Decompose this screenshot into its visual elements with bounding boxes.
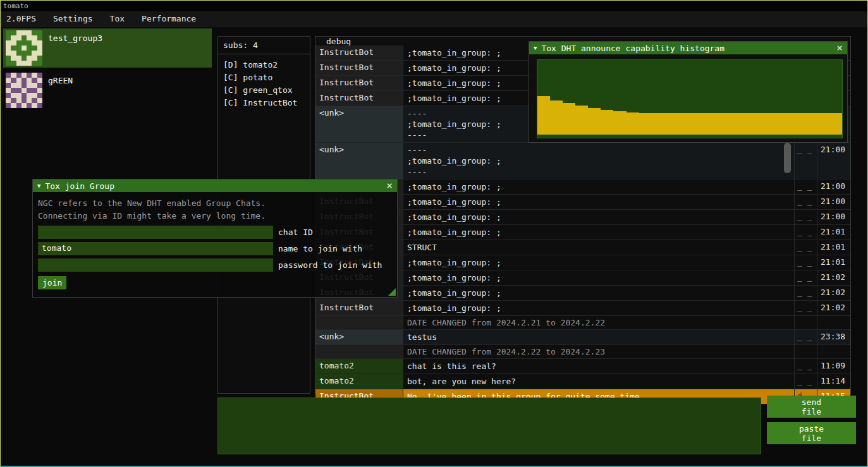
sender-name: InstructBot bbox=[315, 76, 403, 90]
message-flags: _ _ bbox=[795, 359, 817, 373]
menu-item-tox[interactable]: Tox bbox=[104, 11, 130, 26]
histogram-window-title: Tox DHT announce capability histogram bbox=[541, 44, 832, 53]
menu-bar: 2.0FPSSettingsToxPerformance bbox=[1, 11, 867, 27]
sender-name: <unk> bbox=[315, 106, 403, 142]
message-text: STRUCT bbox=[403, 240, 795, 255]
chat-message-row[interactable]: tomato2bot, are you new here?_ _11:14 bbox=[315, 374, 850, 389]
group-avatar bbox=[6, 30, 42, 66]
sender-name: <unk> bbox=[315, 143, 403, 179]
window-titlebar[interactable]: tomato bbox=[1, 1, 867, 11]
histogram-bar bbox=[702, 113, 715, 135]
app-window: tomato 2.0FPSSettingsToxPerformance test… bbox=[0, 0, 868, 467]
chat-message-row[interactable]: <unk>testus_ _23:38 bbox=[315, 330, 850, 345]
send-file-button[interactable]: send file bbox=[767, 396, 856, 418]
join-field-row: password to join with bbox=[38, 258, 392, 272]
paste-file-button[interactable]: paste file bbox=[767, 422, 856, 444]
join-button[interactable]: join bbox=[38, 276, 66, 289]
message-text: ;tomato_in_group: ; bbox=[403, 255, 795, 270]
message-text: ----;tomato_in_group: ;---- bbox=[403, 143, 795, 179]
ngc-info-text: Connecting via ID might take a very long… bbox=[38, 210, 392, 222]
member-d-tomato2[interactable]: [D] tomato2 bbox=[223, 59, 305, 71]
name-to-join-with-label: name to join with bbox=[278, 244, 362, 253]
collapse-arrow-icon[interactable]: ▼ bbox=[37, 183, 40, 189]
member-c-potato[interactable]: [C] potato bbox=[223, 71, 305, 84]
message-text: ;tomato_in_group: ; bbox=[403, 225, 795, 240]
chat-message-row[interactable]: <unk>----;tomato_in_group: ;----_ _21:00 bbox=[315, 143, 850, 179]
histogram-bar bbox=[778, 113, 791, 135]
message-time: 21:01 bbox=[817, 255, 850, 270]
histogram-window-titlebar[interactable]: ▼ Tox DHT announce capability histogram … bbox=[529, 42, 847, 54]
close-icon[interactable]: × bbox=[386, 181, 393, 190]
collapse-arrow-icon[interactable]: ▼ bbox=[534, 45, 537, 51]
message-flags: _ _ bbox=[795, 301, 817, 315]
join-window-title: Tox join Group bbox=[45, 181, 382, 191]
message-time: 23:38 bbox=[817, 330, 850, 344]
histogram-bar bbox=[792, 113, 804, 135]
message-text: ;tomato_in_group: ; bbox=[403, 286, 795, 300]
message-flags bbox=[795, 345, 817, 358]
histogram-bar bbox=[537, 96, 550, 135]
paste-file-label: paste bbox=[799, 424, 824, 434]
password-to-join-with-input[interactable] bbox=[38, 258, 273, 272]
histogram-bar bbox=[728, 113, 740, 135]
message-text: ;tomato_in_group: ; bbox=[403, 270, 795, 285]
message-flags: _ _ bbox=[795, 286, 817, 300]
group-name: gREEN bbox=[48, 73, 73, 85]
histogram-bar bbox=[588, 108, 601, 135]
histogram-bar bbox=[829, 113, 842, 135]
menu-item-performance[interactable]: Performance bbox=[136, 11, 202, 26]
send-file-label: send bbox=[802, 397, 821, 407]
join-fields: chat IDtomatoname to join withpassword t… bbox=[38, 226, 392, 272]
histogram-bar bbox=[753, 113, 766, 135]
sender-name: tomato2 bbox=[315, 359, 403, 373]
window-title: tomato bbox=[3, 2, 28, 10]
histogram-plot bbox=[537, 59, 843, 138]
tab-debug[interactable]: debug bbox=[326, 37, 351, 46]
sender-name: InstructBot bbox=[315, 301, 403, 315]
histogram-bar bbox=[715, 113, 728, 135]
join-window-body: NGC refers to the New DHT enabled Group … bbox=[33, 192, 397, 294]
chat-scrollbar[interactable] bbox=[784, 143, 791, 173]
password-to-join-with-label: password to join with bbox=[278, 260, 382, 270]
system-message: DATE CHANGED from 2024.2.22 to 2024.2.23 bbox=[403, 345, 795, 358]
join-field-row: chat ID bbox=[38, 226, 392, 239]
member-list: [D] tomato2[C] potato[C] green_qtox[C] I… bbox=[223, 59, 305, 109]
message-input[interactable] bbox=[217, 397, 761, 454]
histogram-bar bbox=[627, 112, 639, 135]
message-time bbox=[817, 345, 850, 358]
message-time: 21:02 bbox=[817, 301, 850, 315]
histogram-bar bbox=[817, 113, 829, 135]
chat-id-input[interactable] bbox=[38, 226, 273, 239]
message-time: 11:14 bbox=[817, 374, 850, 389]
menu-item-2-0fps: 2.0FPS bbox=[1, 11, 42, 26]
message-flags: _ _ bbox=[795, 225, 817, 240]
histogram-bar bbox=[575, 106, 588, 135]
message-text: ;tomato_in_group: ; bbox=[403, 210, 795, 224]
message-flags: _ _ bbox=[795, 179, 817, 194]
sender-name: InstructBot bbox=[315, 61, 403, 75]
group-item-test-group3[interactable]: test_group3 bbox=[3, 28, 212, 68]
message-flags: _ _ bbox=[795, 143, 817, 179]
message-text: ;tomato_in_group: ; bbox=[403, 195, 795, 209]
join-window-titlebar[interactable]: ▼ Tox join Group × bbox=[33, 179, 397, 192]
chat-message-row[interactable]: tomato2chat is this real?_ _11:09 bbox=[315, 359, 850, 374]
message-time: 21:00 bbox=[817, 210, 850, 224]
paste-file-label: file bbox=[802, 434, 821, 443]
send-file-label: file bbox=[802, 407, 821, 416]
resize-grip-icon[interactable] bbox=[388, 288, 396, 296]
chat-id-label: chat ID bbox=[278, 227, 313, 237]
chat-message-row[interactable]: InstructBot;tomato_in_group: ;_ _21:02 bbox=[315, 301, 850, 316]
histogram-bar bbox=[804, 113, 817, 135]
message-flags: _ _ bbox=[795, 210, 817, 224]
message-text: ;tomato_in_group: ; bbox=[403, 301, 795, 315]
menu-item-settings[interactable]: Settings bbox=[47, 11, 99, 26]
system-message: DATE CHANGED from 2024.2.21 to 2024.2.22 bbox=[403, 316, 795, 329]
member-c-green-qtox[interactable]: [C] green_qtox bbox=[223, 84, 305, 97]
close-icon[interactable]: × bbox=[836, 44, 843, 52]
join-field-row: tomatoname to join with bbox=[38, 242, 392, 255]
ngc-info-text: NGC refers to the New DHT enabled Group … bbox=[38, 197, 392, 210]
group-item-green[interactable]: gREEN bbox=[3, 71, 212, 110]
name-to-join-with-input[interactable]: tomato bbox=[38, 242, 273, 255]
histogram-bar bbox=[664, 113, 677, 135]
member-c-instructbot[interactable]: [C] InstructBot bbox=[223, 97, 305, 109]
